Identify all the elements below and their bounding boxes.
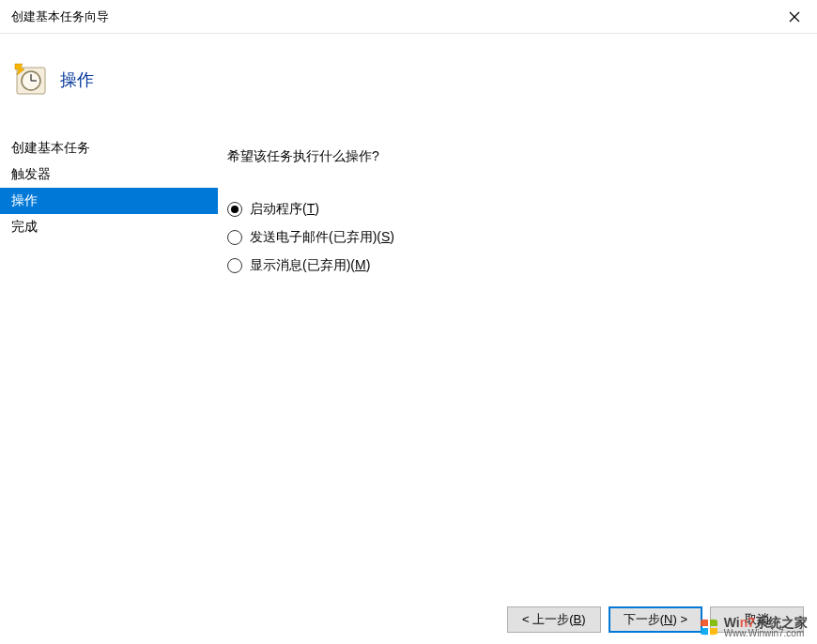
radio-indicator [227, 202, 242, 217]
sidebar-item-finish[interactable]: 完成 [0, 214, 218, 240]
close-button[interactable] [772, 0, 817, 34]
radio-label-send-email: 发送电子邮件(已弃用)(S) [250, 229, 394, 246]
sidebar-item-action[interactable]: 操作 [0, 188, 218, 214]
wizard-header: 操作 [0, 34, 817, 126]
radio-send-email[interactable]: 发送电子邮件(已弃用)(S) [227, 229, 808, 246]
wizard-footer: < 上一步(B) 下一步(N) > 取消 [0, 595, 817, 644]
back-button[interactable]: < 上一步(B) [507, 606, 601, 633]
radio-label-display-message: 显示消息(已弃用)(M) [250, 257, 370, 274]
action-radio-group: 启动程序(T) 发送电子邮件(已弃用)(S) 显示消息(已弃用)(M) [227, 201, 808, 274]
radio-display-message[interactable]: 显示消息(已弃用)(M) [227, 257, 808, 274]
action-prompt: 希望该任务执行什么操作? [227, 148, 808, 165]
close-icon [789, 11, 800, 23]
radio-label-start-program: 启动程序(T) [250, 201, 319, 218]
radio-start-program[interactable]: 启动程序(T) [227, 201, 808, 218]
radio-indicator [227, 230, 242, 245]
page-title: 操作 [60, 69, 94, 91]
wizard-content: 创建基本任务 触发器 操作 完成 希望该任务执行什么操作? 启动程序(T) 发送… [0, 126, 817, 595]
window-title: 创建基本任务向导 [11, 8, 109, 25]
wizard-steps-sidebar: 创建基本任务 触发器 操作 完成 [0, 126, 218, 595]
sidebar-item-trigger[interactable]: 触发器 [0, 161, 218, 188]
clock-task-icon [13, 62, 49, 98]
titlebar: 创建基本任务向导 [0, 0, 817, 34]
wizard-main-panel: 希望该任务执行什么操作? 启动程序(T) 发送电子邮件(已弃用)(S) 显示消息… [218, 126, 817, 595]
radio-indicator [227, 258, 242, 273]
cancel-button[interactable]: 取消 [710, 606, 804, 633]
next-button[interactable]: 下一步(N) > [609, 606, 702, 633]
sidebar-item-create-task[interactable]: 创建基本任务 [0, 135, 218, 161]
